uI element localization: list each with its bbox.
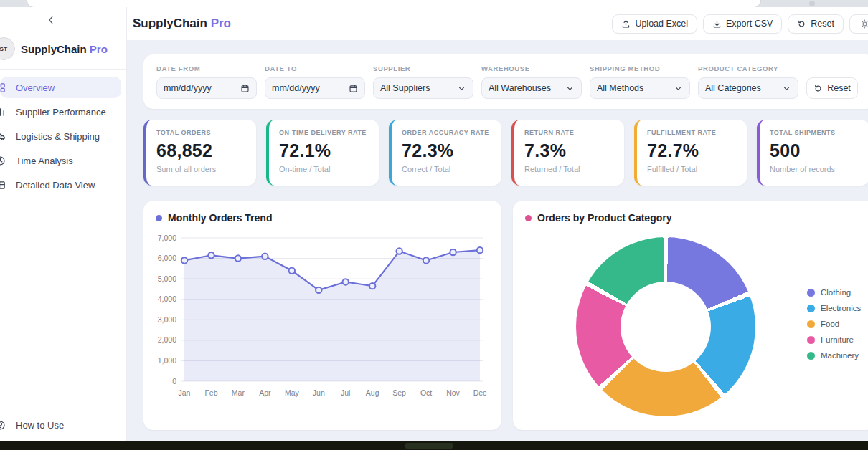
brand-name-text: SupplyChain bbox=[21, 43, 87, 55]
sidebar-item-supplier-performance[interactable]: Supplier Performance bbox=[0, 101, 121, 123]
chevron-down-icon bbox=[674, 84, 683, 93]
sidebar-nav: Overview Supplier Performance Logistics … bbox=[0, 77, 126, 196]
help-icon bbox=[0, 420, 6, 431]
legend-item-food: Food bbox=[807, 320, 861, 328]
filter-value: All Methods bbox=[597, 83, 643, 93]
donut-chart-title-row: Orders by Product Category bbox=[525, 212, 672, 224]
kpi-label: TOTAL SHIPMENTS bbox=[770, 129, 868, 136]
clock-icon bbox=[0, 155, 6, 166]
data-point-dec[interactable] bbox=[477, 247, 483, 253]
sidebar-collapse-button[interactable] bbox=[44, 14, 57, 27]
select-product-category[interactable]: All Categories bbox=[698, 77, 798, 99]
filter-field-warehouse: WAREHOUSE All Warehouses bbox=[481, 64, 582, 99]
kpi-label: FULFILLMENT RATE bbox=[647, 129, 747, 136]
app-window: ST SupplyChain Pro Overview Supplier Per… bbox=[0, 7, 868, 441]
date-input-date-to[interactable]: mm/dd/yyyy bbox=[265, 77, 365, 99]
legend-label: Machinery bbox=[821, 351, 859, 360]
filter-label: DATE FROM bbox=[156, 64, 257, 72]
sun-icon bbox=[860, 19, 868, 29]
taskbar[interactable] bbox=[0, 441, 868, 450]
svg-text:2,000: 2,000 bbox=[158, 335, 176, 344]
address-bar[interactable] bbox=[27, 0, 760, 7]
filter-reset-label: Reset bbox=[827, 83, 851, 93]
sidebar-item-label: Supplier Performance bbox=[16, 107, 106, 118]
data-point-jul[interactable] bbox=[343, 279, 349, 284]
filter-reset-button[interactable]: Reset bbox=[806, 77, 858, 99]
donut-legend: Clothing Electronics Food Furniture Mach… bbox=[807, 288, 861, 360]
date-input-date-from[interactable]: mm/dd/yyyy bbox=[156, 77, 257, 99]
filter-label: WAREHOUSE bbox=[481, 64, 582, 72]
legend-label: Furniture bbox=[821, 335, 854, 344]
sidebar: ST SupplyChain Pro Overview Supplier Per… bbox=[0, 7, 127, 441]
legend-dot-icon bbox=[807, 289, 815, 297]
upload-excel-button[interactable]: Upload Excel bbox=[612, 14, 697, 34]
sidebar-item-overview[interactable]: Overview bbox=[0, 77, 121, 98]
dashboard-content: DATE FROM mm/dd/yyyy DATE TO mm/dd/yyyy … bbox=[127, 40, 868, 441]
filter-label: SHIPPING METHOD bbox=[590, 64, 690, 72]
kpi-value: 68,852 bbox=[156, 140, 256, 161]
sidebar-item-label: How to Use bbox=[16, 420, 64, 431]
sidebar-item-label: Overview bbox=[16, 82, 55, 93]
kpi-card-total-orders: TOTAL ORDERS 68,852 Sum of all orders bbox=[143, 120, 256, 186]
data-point-apr[interactable] bbox=[262, 254, 268, 259]
reset-button[interactable]: Reset bbox=[788, 14, 844, 34]
extension-icon[interactable] bbox=[809, 1, 815, 6]
reset-icon bbox=[797, 19, 806, 29]
kpi-subtitle: Sum of all orders bbox=[156, 165, 256, 173]
filter-value: mm/dd/yyyy bbox=[164, 83, 212, 93]
legend-dot-icon bbox=[807, 336, 815, 344]
legend-dot-icon bbox=[807, 352, 815, 360]
data-point-feb[interactable] bbox=[208, 252, 214, 258]
svg-text:Aug: Aug bbox=[366, 388, 379, 397]
legend-label: Electronics bbox=[821, 304, 861, 312]
taskbar-button[interactable] bbox=[405, 443, 453, 449]
legend-item-electronics: Electronics bbox=[807, 304, 861, 312]
chart-icon bbox=[0, 107, 6, 118]
kpi-row: TOTAL ORDERS 68,852 Sum of all orders ON… bbox=[143, 120, 868, 186]
legend-item-furniture: Furniture bbox=[807, 335, 861, 344]
upload-excel-label: Upload Excel bbox=[635, 19, 688, 29]
data-point-sep[interactable] bbox=[396, 248, 402, 254]
svg-text:Oct: Oct bbox=[420, 388, 432, 397]
kpi-subtitle: Fulfilled / Total bbox=[647, 165, 747, 173]
filter-reset-field: Reset bbox=[806, 64, 858, 99]
svg-text:May: May bbox=[285, 388, 300, 397]
kpi-card-fulfillment-rate: FULFILLMENT RATE 72.7% Fulfilled / Total bbox=[634, 120, 747, 186]
theme-toggle-button[interactable] bbox=[849, 14, 868, 34]
chevron-down-icon bbox=[565, 84, 575, 93]
select-shipping-method[interactable]: All Methods bbox=[590, 77, 690, 99]
export-csv-button[interactable]: Export CSV bbox=[703, 14, 782, 34]
filter-field-supplier: SUPPLIER All Suppliers bbox=[373, 64, 473, 99]
select-supplier[interactable]: All Suppliers bbox=[373, 77, 473, 99]
data-point-jun[interactable] bbox=[316, 287, 321, 293]
sidebar-item-detailed-data-view[interactable]: Detailed Data View bbox=[0, 174, 121, 196]
kpi-card-total-shipments: TOTAL SHIPMENTS 500 Number of records bbox=[757, 120, 868, 186]
browser-chrome bbox=[0, 0, 868, 7]
data-point-may[interactable] bbox=[289, 268, 295, 274]
truck-icon bbox=[0, 131, 6, 142]
kpi-value: 7.3% bbox=[524, 140, 624, 161]
line-chart-title-row: Monthly Orders Trend bbox=[156, 212, 272, 224]
data-point-jan[interactable] bbox=[181, 257, 187, 263]
data-point-nov[interactable] bbox=[450, 249, 456, 255]
sidebar-item-time-analysis[interactable]: Time Analysis bbox=[0, 150, 121, 171]
kpi-card-order-accuracy-rate: ORDER ACCURACY RATE 72.3% Correct / Tota… bbox=[389, 120, 501, 186]
data-point-mar[interactable] bbox=[235, 255, 241, 261]
calendar-icon bbox=[240, 84, 250, 93]
chevron-left-icon bbox=[46, 15, 56, 25]
monthly-orders-trend-card: Monthly Orders Trend 01,0002,0003,0004,0… bbox=[143, 201, 501, 430]
kpi-value: 500 bbox=[770, 140, 868, 161]
data-point-oct[interactable] bbox=[423, 257, 429, 263]
orders-by-category-card: Orders by Product Category Clothing Elec… bbox=[513, 201, 868, 430]
sidebar-item-how-to-use[interactable]: How to Use bbox=[0, 414, 121, 436]
legend-item-clothing: Clothing bbox=[807, 288, 861, 297]
table-icon bbox=[0, 180, 6, 191]
filter-field-date-from: DATE FROM mm/dd/yyyy bbox=[156, 64, 257, 99]
line-chart: 01,0002,0003,0004,0005,0006,0007,000JanF… bbox=[148, 228, 498, 401]
svg-text:6,000: 6,000 bbox=[158, 254, 176, 262]
sidebar-item-logistics-shipping[interactable]: Logistics & Shipping bbox=[0, 125, 121, 147]
select-warehouse[interactable]: All Warehouses bbox=[481, 77, 582, 99]
sidebar-spacer bbox=[0, 196, 126, 407]
data-point-aug[interactable] bbox=[369, 283, 375, 289]
filter-bar: DATE FROM mm/dd/yyyy DATE TO mm/dd/yyyy … bbox=[143, 54, 868, 109]
